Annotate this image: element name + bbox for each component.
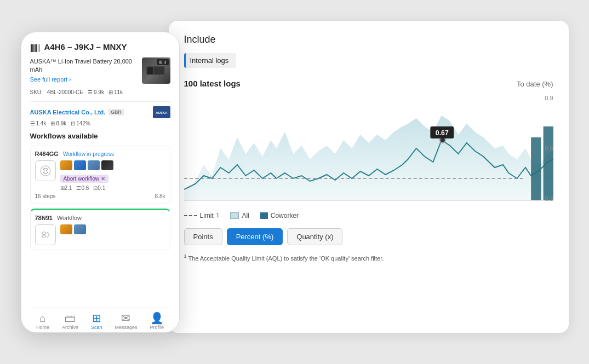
wf-thumb-3 [88, 160, 100, 170]
nav-item-scan[interactable]: ⊞ Scan [91, 313, 102, 330]
workflow-icon-1 [35, 160, 56, 181]
workflow-storage: 8.8k [155, 193, 165, 199]
svg-rect-2 [33, 44, 35, 52]
chart-svg: 0.67 [184, 94, 553, 203]
svg-marker-14 [184, 115, 553, 200]
wf-thumb-4 [101, 160, 113, 170]
workflow-thumbs-2 [60, 224, 86, 242]
svg-point-13 [41, 166, 50, 176]
product-id: A4H6 – J9KJ – MNXY [44, 42, 127, 51]
workflows-title: Workflows available [30, 132, 170, 140]
workflow-status-1: Workflow in progress [63, 151, 114, 157]
product-header: A4H6 – J9KJ – MNXY [30, 42, 170, 53]
nav-item-profile[interactable]: 👤 Profile [150, 313, 164, 330]
country-badge: GBR [108, 109, 124, 115]
y-label-03: 0.3 [545, 195, 553, 202]
company-logo: AUSKA [153, 106, 170, 118]
see-full-report-link[interactable]: See full report › [30, 76, 138, 83]
chart-right-label: To date (%) [517, 80, 553, 88]
nav-messages-label: Messages [115, 325, 137, 330]
workflow-stats-1: ⊞2.1 ☰0.6 ⊡0.1 [60, 185, 106, 191]
svg-rect-10 [154, 67, 164, 74]
chart-y-labels: 0.9 0.6 0.3 [545, 94, 553, 203]
dashboard-panel: Include Internal logs 100 latest logs To… [169, 21, 569, 333]
legend-row: Limit 1 All Coworker [184, 212, 553, 219]
nav-item-home[interactable]: ⌂ Home [36, 313, 49, 330]
legend-coworker: Coworker [260, 212, 299, 219]
svg-rect-9 [147, 67, 153, 74]
nav-scan-label: Scan [91, 325, 102, 330]
chart-area: 0.67 0.9 0.6 0.3 [184, 94, 553, 203]
svg-rect-8 [165, 68, 167, 73]
y-label-09: 0.9 [545, 95, 553, 101]
home-icon: ⌂ [39, 313, 46, 323]
scan-icon: ⊞ [92, 313, 101, 323]
logo-svg: AUSKA [155, 108, 168, 116]
company-name[interactable]: AUSKA Electrical Co., Ltd. [30, 109, 106, 115]
sku-label: SKU: [30, 89, 43, 95]
svg-text:0.67: 0.67 [435, 129, 448, 137]
svg-rect-1 [32, 44, 33, 52]
nav-item-messages[interactable]: ✉ Messages [115, 313, 137, 330]
nav-home-label: Home [36, 325, 49, 330]
product-card: AUSKA™ Li-Ion Travel Battery 20,000 mAh … [30, 57, 170, 86]
workflow-item-1: R484GG Workflow in progress [30, 146, 170, 204]
thumb-badge: ⊞3 [157, 59, 168, 65]
wf-thumb-2a [60, 224, 72, 234]
workflow-id-1: R484GG [35, 151, 59, 157]
sku-value: 4BL-20000-CE [47, 89, 83, 95]
legend-area-box [230, 212, 239, 219]
svg-rect-4 [36, 44, 37, 52]
chart-title: 100 latest logs [184, 79, 241, 88]
nav-profile-label: Profile [150, 325, 164, 330]
company-row: AUSKA Electrical Co., Ltd. GBR AUSKA [30, 106, 170, 118]
btn-quantity[interactable]: Quantity (x) [287, 228, 342, 245]
btn-percent[interactable]: Percent (%) [227, 228, 283, 245]
nav-archive-label: Archive [62, 325, 78, 330]
footnote: 1 The Acceptable Quality Limit (AQL) to … [184, 253, 553, 263]
legend-bar-box [260, 212, 268, 219]
workflow-id-2: 78N91 [35, 215, 53, 221]
y-label-06: 0.6 [545, 145, 553, 152]
tab-container: Internal logs [184, 53, 553, 68]
nav-item-archive[interactable]: 🗃 Archive [62, 313, 78, 330]
dashboard-title: Include [184, 34, 553, 45]
legend-all: All [230, 212, 249, 219]
nav-bar: ⌂ Home 🗃 Archive ⊞ Scan ✉ Messages 👤 [30, 308, 170, 332]
abort-workflow-btn[interactable]: Abort workflow ✕ [60, 175, 108, 183]
workflow-steps: 16 steps [35, 193, 56, 199]
divider [30, 101, 170, 102]
profile-icon: 👤 [150, 313, 164, 323]
product-name: AUSKA™ Li-Ion Travel Battery 20,000 mAh [30, 57, 138, 74]
archive-icon: 🗃 [65, 313, 76, 323]
wf-thumb-2b [74, 224, 86, 234]
wf-thumb-2 [74, 160, 86, 170]
sku-row: SKU: 4BL-20000-CE ☰9.9k ⊞11k [30, 89, 170, 95]
battery-image [145, 64, 167, 77]
svg-rect-16 [531, 137, 541, 200]
button-row: Points Percent (%) Quantity (x) [184, 228, 553, 245]
workflow-status-2: Workflow [57, 215, 82, 221]
workflow-item-2: 78N91 Workflow [30, 209, 170, 250]
sku-stat2: ⊞11k [108, 89, 123, 95]
wf-thumb-1 [60, 160, 72, 170]
workflow-thumbs-1 [60, 160, 165, 170]
sku-stat1: ☰9.9k [88, 89, 104, 95]
product-thumbnail: ⊞3 [142, 57, 170, 84]
svg-rect-6 [39, 44, 39, 52]
svg-text:AUSKA: AUSKA [156, 111, 168, 114]
workflow-icon-2 [35, 224, 56, 245]
barcode-icon [30, 43, 40, 53]
tab-internal-logs[interactable]: Internal logs [184, 53, 237, 68]
chart-header: 100 latest logs To date (%) [184, 79, 553, 88]
svg-rect-3 [35, 44, 36, 52]
svg-rect-0 [31, 44, 32, 52]
legend-dashed-line [184, 215, 197, 216]
btn-points[interactable]: Points [184, 228, 222, 245]
company-stats: ☰1.4k ⊞8.9k ⊡142% [30, 120, 170, 126]
messages-icon: ✉ [121, 313, 130, 323]
svg-rect-5 [38, 44, 38, 52]
legend-limit: Limit 1 [184, 212, 220, 219]
phone-mockup: A4H6 – J9KJ – MNXY AUSKA™ Li-Ion Travel … [21, 32, 180, 333]
